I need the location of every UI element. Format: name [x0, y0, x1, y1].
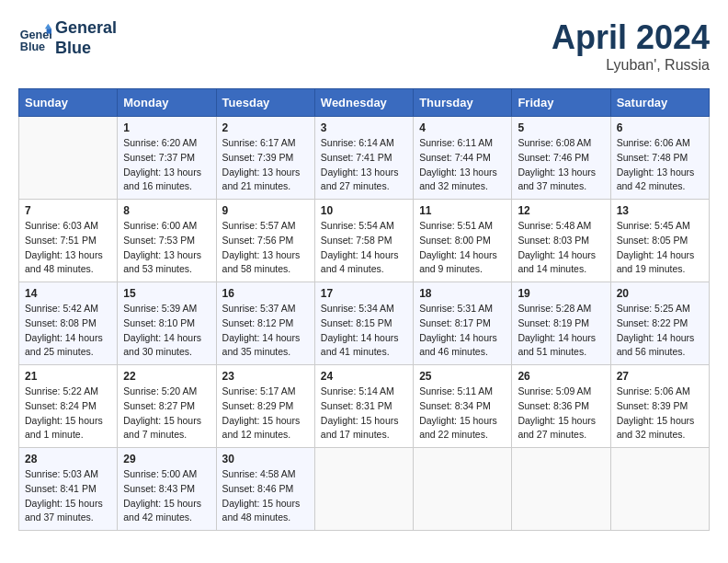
day-number: 26	[518, 370, 604, 383]
calendar-cell	[610, 448, 709, 531]
page-header: General Blue General Blue April 2024 Lyu…	[18, 18, 710, 74]
calendar-week-row: 7Sunrise: 6:03 AMSunset: 7:51 PMDaylight…	[19, 200, 710, 282]
sunset: Sunset: 8:10 PM	[123, 316, 210, 331]
sunrise: Sunrise: 6:11 AM	[419, 136, 506, 151]
day-info: Sunrise: 6:11 AMSunset: 7:44 PMDaylight:…	[419, 136, 506, 194]
calendar-cell: 23Sunrise: 5:17 AMSunset: 8:29 PMDayligh…	[216, 365, 314, 448]
day-number: 24	[321, 370, 407, 383]
day-info: Sunrise: 5:22 AMSunset: 8:24 PMDaylight:…	[25, 385, 111, 442]
day-number: 5	[518, 121, 604, 134]
logo: General Blue General Blue	[18, 18, 117, 58]
calendar-cell: 17Sunrise: 5:34 AMSunset: 8:15 PMDayligh…	[314, 282, 413, 365]
svg-marker-2	[45, 23, 51, 28]
day-info: Sunrise: 5:48 AMSunset: 8:03 PMDaylight:…	[518, 219, 604, 277]
daylight: Daylight: 15 hours and 37 minutes.	[25, 497, 111, 526]
day-number: 30	[222, 453, 309, 465]
calendar-cell	[512, 448, 610, 531]
sunset: Sunset: 8:17 PM	[419, 316, 506, 331]
day-number: 17	[321, 287, 407, 300]
sunset: Sunset: 8:03 PM	[518, 234, 604, 248]
calendar-cell: 28Sunrise: 5:03 AMSunset: 8:41 PMDayligh…	[19, 448, 118, 531]
sunrise: Sunrise: 6:14 AM	[321, 136, 407, 151]
sunset: Sunset: 8:29 PM	[222, 399, 309, 414]
day-number: 3	[321, 121, 407, 134]
day-info: Sunrise: 5:28 AMSunset: 8:19 PMDaylight:…	[518, 302, 604, 360]
day-info: Sunrise: 5:34 AMSunset: 8:15 PMDaylight:…	[321, 302, 407, 360]
header-monday: Monday	[118, 89, 216, 117]
sunset: Sunset: 8:43 PM	[123, 482, 210, 497]
calendar-cell: 4Sunrise: 6:11 AMSunset: 7:44 PMDaylight…	[414, 117, 512, 200]
day-info: Sunrise: 5:09 AMSunset: 8:36 PMDaylight:…	[518, 385, 604, 442]
calendar-week-row: 28Sunrise: 5:03 AMSunset: 8:41 PMDayligh…	[19, 448, 710, 531]
sunset: Sunset: 7:46 PM	[518, 151, 604, 166]
sunset: Sunset: 8:31 PM	[321, 399, 407, 414]
daylight: Daylight: 15 hours and 48 minutes.	[222, 497, 309, 526]
day-number: 2	[222, 121, 309, 134]
day-info: Sunrise: 5:54 AMSunset: 7:58 PMDaylight:…	[321, 219, 407, 277]
sunrise: Sunrise: 5:51 AM	[419, 219, 506, 234]
sunrise: Sunrise: 5:00 AM	[123, 467, 210, 482]
location: Lyuban', Russia	[552, 57, 710, 74]
daylight: Daylight: 14 hours and 25 minutes.	[25, 331, 111, 361]
sunrise: Sunrise: 5:17 AM	[222, 385, 309, 399]
day-number: 9	[222, 204, 309, 217]
sunrise: Sunrise: 5:37 AM	[222, 302, 309, 316]
sunset: Sunset: 7:53 PM	[123, 234, 210, 248]
month-year: April 2024	[552, 18, 710, 57]
sunset: Sunset: 8:12 PM	[222, 316, 309, 331]
sunrise: Sunrise: 5:34 AM	[321, 302, 407, 316]
calendar-cell: 2Sunrise: 6:17 AMSunset: 7:39 PMDaylight…	[216, 117, 314, 200]
sunset: Sunset: 8:00 PM	[419, 234, 506, 248]
daylight: Daylight: 15 hours and 22 minutes.	[419, 414, 506, 443]
sunrise: Sunrise: 5:54 AM	[321, 219, 407, 234]
calendar-cell: 8Sunrise: 6:00 AMSunset: 7:53 PMDaylight…	[118, 200, 216, 282]
day-info: Sunrise: 6:17 AMSunset: 7:39 PMDaylight:…	[222, 136, 309, 194]
daylight: Daylight: 13 hours and 42 minutes.	[617, 166, 703, 195]
sunrise: Sunrise: 5:31 AM	[419, 302, 506, 316]
header-saturday: Saturday	[610, 89, 709, 117]
daylight: Daylight: 14 hours and 41 minutes.	[321, 331, 407, 361]
calendar-cell: 3Sunrise: 6:14 AMSunset: 7:41 PMDaylight…	[314, 117, 413, 200]
svg-text:Blue: Blue	[20, 40, 45, 52]
day-number: 27	[617, 370, 703, 383]
daylight: Daylight: 13 hours and 53 minutes.	[123, 248, 210, 278]
sunset: Sunset: 8:15 PM	[321, 316, 407, 331]
header-thursday: Thursday	[414, 89, 512, 117]
day-number: 15	[123, 287, 210, 300]
sunset: Sunset: 7:41 PM	[321, 151, 407, 166]
header-friday: Friday	[512, 89, 610, 117]
calendar-cell: 10Sunrise: 5:54 AMSunset: 7:58 PMDayligh…	[314, 200, 413, 282]
day-number: 14	[25, 287, 111, 300]
header-tuesday: Tuesday	[216, 89, 314, 117]
daylight: Daylight: 13 hours and 58 minutes.	[222, 248, 309, 278]
day-info: Sunrise: 6:00 AMSunset: 7:53 PMDaylight:…	[123, 219, 210, 277]
daylight: Daylight: 13 hours and 37 minutes.	[518, 166, 604, 195]
day-info: Sunrise: 5:39 AMSunset: 8:10 PMDaylight:…	[123, 302, 210, 360]
day-number: 20	[617, 287, 703, 300]
calendar-cell: 24Sunrise: 5:14 AMSunset: 8:31 PMDayligh…	[314, 365, 413, 448]
daylight: Daylight: 15 hours and 27 minutes.	[518, 414, 604, 443]
sunrise: Sunrise: 6:06 AM	[617, 136, 703, 151]
logo-icon: General Blue	[18, 22, 51, 55]
day-number: 23	[222, 370, 309, 383]
day-number: 1	[123, 121, 210, 134]
day-info: Sunrise: 5:51 AMSunset: 8:00 PMDaylight:…	[419, 219, 506, 277]
daylight: Daylight: 15 hours and 42 minutes.	[123, 497, 210, 526]
sunset: Sunset: 7:48 PM	[617, 151, 703, 166]
daylight: Daylight: 15 hours and 1 minute.	[25, 414, 111, 443]
daylight: Daylight: 14 hours and 4 minutes.	[321, 248, 407, 278]
calendar-cell: 19Sunrise: 5:28 AMSunset: 8:19 PMDayligh…	[512, 282, 610, 365]
logo-text-general: General	[55, 18, 117, 39]
day-number: 29	[123, 453, 210, 465]
calendar-table: SundayMondayTuesdayWednesdayThursdayFrid…	[18, 88, 710, 531]
sunrise: Sunrise: 5:39 AM	[123, 302, 210, 316]
day-number: 21	[25, 370, 111, 383]
day-number: 11	[419, 204, 506, 217]
sunrise: Sunrise: 5:45 AM	[617, 219, 703, 234]
calendar-cell: 27Sunrise: 5:06 AMSunset: 8:39 PMDayligh…	[610, 365, 709, 448]
daylight: Daylight: 14 hours and 46 minutes.	[419, 331, 506, 361]
sunrise: Sunrise: 5:28 AM	[518, 302, 604, 316]
sunset: Sunset: 7:58 PM	[321, 234, 407, 248]
calendar-cell	[314, 448, 413, 531]
calendar-cell: 22Sunrise: 5:20 AMSunset: 8:27 PMDayligh…	[118, 365, 216, 448]
